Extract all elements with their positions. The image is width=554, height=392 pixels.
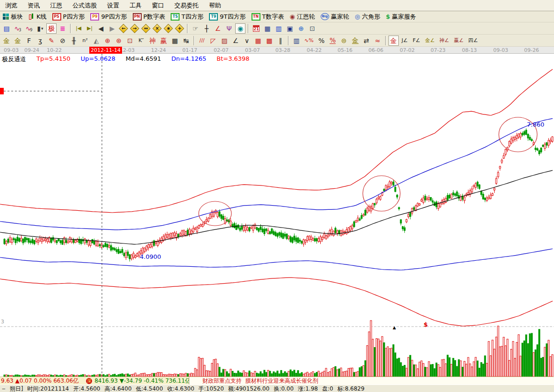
tool-web[interactable]: ⊕	[296, 23, 306, 34]
tool-mirror[interactable]: ◭	[91, 36, 101, 46]
tool-step-back[interactable]: ◀	[96, 23, 106, 34]
tool-shen-tool[interactable]: 神	[147, 36, 158, 46]
tool-tick-line[interactable]: ╫	[69, 36, 79, 46]
tool-fan-triangle[interactable]: ◸	[208, 36, 218, 46]
tool-calculator[interactable]: ▦	[262, 23, 273, 34]
tool-shift-right[interactable]: →	[130, 23, 140, 34]
tool-gold-price[interactable]: 金	[13, 36, 23, 46]
tool-crosshair-tool[interactable]: ┼	[201, 23, 212, 34]
tool-win-angle[interactable]: 赢∠	[452, 36, 466, 46]
dropdown-arrow-icon[interactable]: ▾	[41, 26, 43, 31]
tool-compress-horizontal[interactable]: ×	[152, 23, 162, 34]
tool-box-star[interactable]: ⊡	[125, 36, 135, 46]
menu-item-8[interactable]: 交易委托	[169, 0, 204, 11]
tool-grid-red[interactable]: ▦	[253, 36, 263, 46]
tool-t-square[interactable]: TST四方形	[171, 13, 203, 21]
tool-gann-wheel[interactable]: ◉江恩轮	[289, 13, 315, 21]
menu-item-3[interactable]: 江恩	[45, 0, 67, 11]
tool-gold-circle[interactable]: ⊜	[339, 36, 349, 46]
tool-last-page[interactable]: ▶|	[85, 23, 95, 34]
menu-item-5[interactable]: 设置	[102, 0, 124, 11]
menu-item-7[interactable]: 窗口	[147, 0, 169, 11]
tool-shift-left[interactable]: ←	[118, 23, 129, 34]
tool-measure[interactable]: ↹	[181, 36, 191, 46]
tool-hexagon[interactable]: ◎六角形	[355, 13, 380, 21]
tool-j-angle[interactable]: J∠	[400, 36, 410, 46]
tool-first-page[interactable]: |◀	[73, 23, 84, 34]
tool-p-square[interactable]: PSP四方形	[52, 13, 85, 21]
tool-four-angle[interactable]: 四∠	[467, 36, 480, 46]
tool-hand-tool[interactable]: ☞	[190, 23, 201, 34]
tool-p-table[interactable]: PNP数字表	[133, 13, 165, 21]
tool-swap-tool[interactable]: ⇄	[361, 36, 372, 46]
tool-gann-tool[interactable]: Ψ	[224, 23, 234, 34]
tool-zoom-out[interactable]: ∗	[163, 23, 173, 34]
tool-wave-9[interactable]: ∿9	[24, 23, 34, 34]
tool-cycle-circle[interactable]: ⊘	[58, 36, 68, 46]
date-axis[interactable]: 09-0309-2410-2212-0312-2401-1702-0703-07…	[0, 47, 554, 54]
shanghai-index-quote: 9.63 ▲0.07 0.00% 663.06亿	[1, 377, 79, 385]
tool-winner-wheel[interactable]: Big赢家轮	[321, 13, 349, 21]
tool-pen[interactable]: ✎	[46, 36, 57, 46]
menu-item-2[interactable]: 资讯	[22, 0, 45, 11]
tool-wave-percent[interactable]: ∿%	[302, 36, 316, 46]
quote-field-8: 额:4901526.00	[228, 385, 270, 392]
tool-notes[interactable]: ▥	[273, 23, 284, 34]
tool-save[interactable]: ▣	[285, 23, 295, 34]
tool-zoom-in[interactable]: +	[174, 23, 185, 34]
tool-histogram[interactable]: ≣	[58, 23, 68, 34]
tool-ruler[interactable]: ▦	[170, 36, 180, 46]
quote-field-1: 朔日]	[10, 385, 23, 392]
scroll-left-icon[interactable]: ‒	[2, 385, 6, 392]
tool-calendar[interactable]: 21	[251, 23, 261, 34]
tool-candle-type[interactable]: ▮▾	[35, 23, 45, 34]
tool-winner-service[interactable]: $赢家服务	[386, 13, 416, 21]
tool-expand-horizontal[interactable]: ↔	[141, 23, 151, 34]
tool-starburst[interactable]: ⊛	[114, 36, 124, 46]
menu-item-9[interactable]: 帮助	[204, 0, 226, 11]
tool-k-mark[interactable]: K″	[136, 36, 146, 46]
tool-blocks[interactable]: 板块	[3, 13, 23, 21]
tool-percent-line[interactable]: %	[328, 36, 338, 46]
tool-v-lines[interactable]: ∨	[242, 36, 252, 46]
tool-info-panel[interactable]: ▤	[1, 23, 12, 34]
menu-item-6[interactable]: 工具	[124, 0, 147, 11]
tool-parallel-lines[interactable]: ∥	[275, 36, 286, 46]
tool-wave-3[interactable]: ∿3	[13, 23, 23, 34]
toolbar-separator	[70, 24, 71, 33]
price-chart-canvas[interactable]: 7.8604.0900$▲3	[0, 54, 554, 377]
tool-gold-angle[interactable]: 金	[389, 36, 399, 46]
tool-t9-square[interactable]: T99T四方形	[209, 13, 245, 21]
tool-target[interactable]: ⊕	[102, 36, 113, 46]
tool-fan-lines[interactable]: ///	[197, 36, 207, 46]
tool-percent[interactable]: %	[317, 36, 327, 46]
tool-angle-lines[interactable]: ∠	[230, 36, 241, 46]
tool-kline[interactable]: K线	[29, 13, 47, 21]
tool-t-table[interactable]: TNT数字表	[252, 13, 284, 21]
tool-spiral[interactable]: ʒ	[35, 36, 45, 46]
tool-fibonacci[interactable]: F	[24, 36, 34, 46]
tool-print[interactable]: ⊡	[307, 23, 317, 34]
tool-jifan-channel[interactable]: 极	[46, 23, 57, 34]
news-ticker[interactable]: 财政部重点支持 膜材料行业迎来高成长催化剂	[189, 377, 554, 385]
tool-shen-angle[interactable]: 神∠	[438, 36, 451, 46]
tool-p9-square[interactable]: P99P四方形	[90, 13, 127, 21]
chart-area[interactable]: 极反通道Tp=5.4150Up=5.0628Md=4.6591Dn=4.1265…	[0, 54, 554, 377]
tool-wave-tool[interactable]: ≈	[373, 36, 383, 46]
menu-item-1[interactable]: 浏览	[0, 0, 22, 11]
tool-win-tool[interactable]: 赢	[158, 36, 169, 46]
tool-gold-ratio[interactable]: 金	[1, 36, 12, 46]
tool-f-angle[interactable]: F∠	[411, 36, 422, 46]
menu-item-4[interactable]: 公式选股	[67, 0, 102, 11]
tool-angle-tool[interactable]: ∠	[213, 23, 223, 34]
tool-grid-box[interactable]: ▩	[264, 36, 274, 46]
tool-step-forward[interactable]: ▶	[107, 23, 117, 34]
tool-gold-angle-2[interactable]: 金∠	[423, 36, 437, 46]
tool-smart-tool[interactable]: ◉	[235, 23, 245, 34]
tool-gold-lines[interactable]: 金	[350, 36, 360, 46]
tool-fan-box[interactable]: ▨	[219, 36, 230, 46]
tool-scale-panel[interactable]: ▥	[291, 36, 302, 46]
fan-box-icon: ▨	[221, 37, 227, 44]
tool-n-square[interactable]: n²	[80, 36, 90, 46]
date-tick: 09-24	[24, 47, 39, 53]
